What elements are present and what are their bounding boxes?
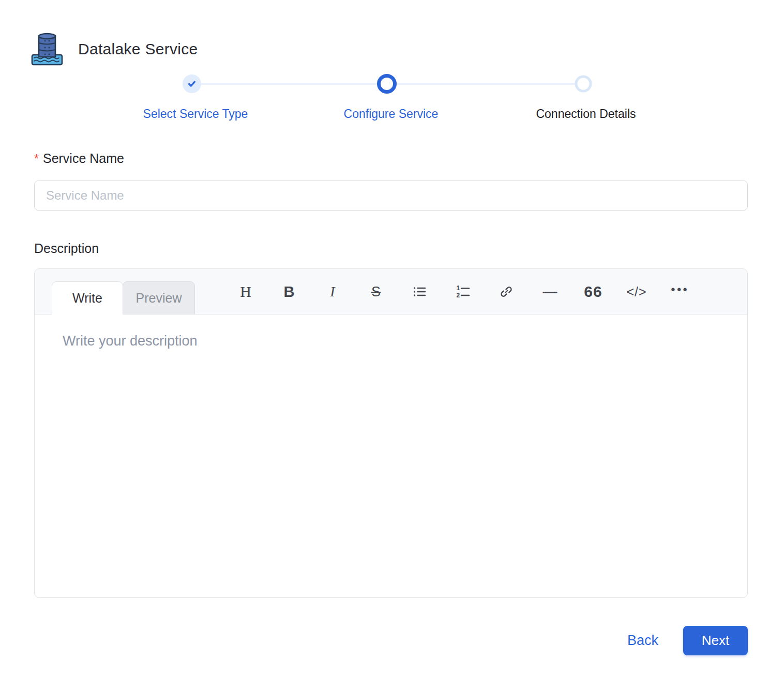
- editor-toolbar-icons: H B I S: [224, 269, 702, 314]
- tab-preview[interactable]: Preview: [123, 281, 195, 314]
- link-icon: [499, 284, 514, 299]
- check-icon: [187, 79, 197, 88]
- editor-tabs: Write Preview: [52, 281, 195, 314]
- svg-text:1: 1: [457, 284, 460, 292]
- description-editor: Write Preview H B I S: [34, 268, 748, 598]
- configure-service-page: Datalake Service Select Service Type Con…: [0, 0, 784, 690]
- service-name-input[interactable]: [34, 181, 748, 211]
- horizontal-rule-button[interactable]: —: [528, 269, 571, 314]
- page-title: Datalake Service: [78, 40, 198, 58]
- tab-write[interactable]: Write: [52, 281, 123, 314]
- link-button[interactable]: [485, 269, 528, 314]
- description-textarea[interactable]: [35, 314, 747, 598]
- svg-text:2: 2: [457, 292, 460, 299]
- ordered-list-icon: 1 2: [456, 284, 470, 299]
- step-active-indicator: [377, 74, 397, 94]
- step-pending-indicator: [575, 76, 592, 93]
- back-button[interactable]: Back: [627, 633, 658, 649]
- step-label-configure-service: Configure Service: [344, 107, 439, 121]
- quote-icon: 66: [584, 283, 602, 301]
- bullet-list-icon: [412, 284, 427, 299]
- heading-button[interactable]: H: [224, 269, 267, 314]
- ordered-list-button[interactable]: 1 2: [441, 269, 485, 314]
- step-label-select-service-type: Select Service Type: [143, 107, 248, 121]
- next-button[interactable]: Next: [683, 626, 748, 655]
- code-icon: </>: [626, 284, 646, 299]
- editor-body: [35, 314, 747, 598]
- more-icon: •••: [671, 283, 689, 301]
- service-name-label: *Service Name: [34, 151, 124, 166]
- italic-button[interactable]: I: [311, 269, 354, 314]
- italic-icon: I: [330, 283, 335, 300]
- bold-icon: B: [284, 283, 295, 301]
- description-label: Description: [34, 241, 99, 256]
- page-header: Datalake Service: [29, 31, 198, 67]
- step-label-connection-details: Connection Details: [536, 107, 636, 121]
- heading-icon: H: [240, 283, 251, 301]
- required-asterisk: *: [34, 152, 39, 166]
- code-button[interactable]: </>: [615, 269, 658, 314]
- editor-toolbar: Write Preview H B I S: [35, 269, 747, 314]
- bold-button[interactable]: B: [267, 269, 311, 314]
- more-button[interactable]: •••: [658, 269, 702, 314]
- footer-actions: Back Next: [627, 626, 748, 655]
- quote-button[interactable]: 66: [571, 269, 615, 314]
- step-completed-indicator: [183, 74, 201, 93]
- strikethrough-button[interactable]: S: [354, 269, 398, 314]
- service-name-label-text: Service Name: [43, 151, 124, 166]
- horizontal-rule-icon: —: [543, 283, 557, 300]
- bullet-list-button[interactable]: [398, 269, 441, 314]
- strikethrough-icon: S: [371, 284, 381, 300]
- datalake-service-icon: [29, 31, 65, 67]
